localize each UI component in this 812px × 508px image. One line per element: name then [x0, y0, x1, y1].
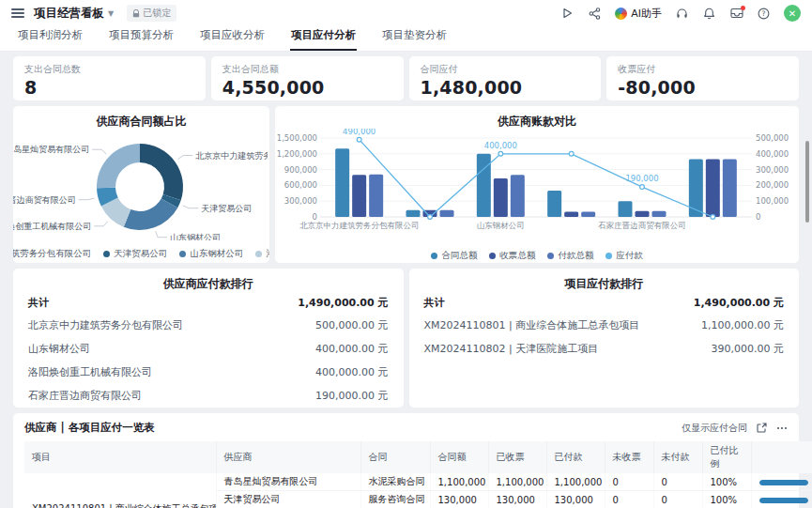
legend-dot — [547, 253, 554, 259]
total-label: 共计 — [424, 296, 445, 310]
ranking-row-label: 山东钢材公司 — [28, 342, 90, 356]
headset-icon[interactable] — [675, 7, 689, 21]
preview-play-button[interactable] — [560, 7, 575, 21]
menu-icon[interactable] — [11, 8, 24, 18]
bar-付款总额-3[interactable] — [581, 211, 595, 217]
cell-unpaid: 0 — [653, 473, 702, 491]
tab-4[interactable]: 项目垫资分析 — [381, 28, 448, 51]
donut-slice-5[interactable] — [97, 144, 140, 188]
column-header-2: 合同 — [360, 441, 430, 473]
ranking-row-3[interactable]: 石家庄晋边商贸有限公司190,000.00 元 — [13, 384, 404, 408]
tab-0[interactable]: 项目利润分析 — [17, 28, 84, 51]
column-header-5: 已付款 — [546, 441, 605, 473]
callout-line — [79, 198, 95, 200]
ai-assistant-button[interactable]: AI助手 — [615, 7, 662, 21]
bar-付款总额-2[interactable] — [511, 175, 525, 217]
legend-item-应付款[interactable]: 应付款 — [605, 250, 643, 262]
donut-callout-label: 山东钢材公司 — [170, 233, 221, 240]
bar-收票总额-4[interactable] — [636, 211, 650, 217]
svg-text:?: ? — [762, 9, 766, 18]
line-point-0[interactable] — [357, 137, 361, 142]
kpi-label: 合同应付 — [421, 63, 590, 76]
bar-合同总额-0[interactable] — [335, 148, 349, 217]
line-point-1[interactable] — [428, 215, 433, 220]
bar-收票总额-3[interactable] — [564, 211, 578, 217]
right-axis-tick: 100,000 — [756, 196, 789, 206]
inbox-icon[interactable] — [729, 7, 743, 21]
ranking-total-row: 共计 1,490,000.00 元 — [13, 291, 404, 314]
kpi-card-0: 支出合同总数8 — [13, 56, 206, 100]
donut-slice-2[interactable] — [124, 199, 178, 230]
line-point-2[interactable] — [498, 151, 503, 156]
bar-付款总额-1[interactable] — [440, 210, 454, 217]
bar-收票总额-0[interactable] — [352, 175, 366, 217]
project-ranking-title: 项目应付款排行 — [409, 269, 800, 291]
lock-icon — [132, 9, 140, 18]
project-group-cell: XM2024110801 | 商业综合体施工总承包项目 — [24, 473, 216, 508]
ranking-row-value: 1,100,000.00 元 — [701, 318, 784, 332]
legend-label: 收票总额 — [499, 250, 535, 262]
page-title[interactable]: 项目经营看板 — [34, 6, 104, 22]
bar-合同总额-4[interactable] — [619, 201, 633, 217]
callout-line — [183, 206, 198, 208]
ranking-row-label: XM2024110802 | 天津医院施工项目 — [424, 342, 599, 356]
project-ranking-list: XM2024110801 | 商业综合体施工总承包项目1,100,000.00 … — [409, 314, 800, 361]
line-point-3[interactable] — [569, 151, 574, 156]
left-axis-tick: 1,500,000 — [277, 133, 317, 143]
user-avatar[interactable]: ✕ — [784, 5, 801, 22]
legend-item-合同总额[interactable]: 合同总额 — [431, 250, 477, 262]
paid-ratio-bar — [759, 480, 808, 485]
table-tools: 仅显示应付合同 — [682, 422, 788, 435]
legend-item-0[interactable]: 北京京中力建筑劳务分包有限公司 — [13, 248, 91, 260]
bar-合同总额-3[interactable] — [547, 191, 561, 217]
line-point-5[interactable] — [711, 215, 715, 220]
bar-付款总额-0[interactable] — [369, 175, 383, 217]
line-point-4[interactable] — [640, 185, 645, 190]
expand-icon[interactable] — [757, 423, 767, 433]
supplier-contract-share-card: 供应商合同额占比 北京京中力建筑劳务分包有...天津贸易公司山东钢材公司洛阳焕创… — [13, 106, 269, 263]
column-header-1: 供应商 — [216, 441, 360, 473]
legend-item-3[interactable]: 洛阳焕 — [255, 248, 269, 260]
column-header-4: 已收票 — [488, 441, 546, 473]
ranking-row-value: 400,000.00 元 — [315, 365, 388, 379]
ranking-row-1[interactable]: XM2024110802 | 天津医院施工项目390,000.00 元 — [409, 337, 800, 361]
ranking-row-0[interactable]: 北京京中力建筑劳务分包有限公司500,000.00 元 — [13, 314, 404, 337]
share-icon[interactable] — [588, 7, 602, 21]
help-icon[interactable]: ? — [757, 7, 771, 21]
bar-收票总额-2[interactable] — [494, 178, 508, 217]
line-point-label: 400,000 — [484, 141, 517, 150]
tab-2[interactable]: 项目应收分析 — [199, 28, 266, 51]
legend-item-1[interactable]: 天津贸易公司 — [103, 248, 167, 260]
bar-合同总额-2[interactable] — [477, 154, 491, 217]
tab-1[interactable]: 项目预算分析 — [108, 28, 175, 51]
filter-payable-toggle[interactable]: 仅显示应付合同 — [682, 422, 747, 435]
left-axis-tick: 900,000 — [284, 165, 317, 175]
more-options-icon[interactable] — [776, 426, 788, 430]
ranking-row-2[interactable]: 洛阳焕创重工机械有限公司400,000.00 元 — [13, 361, 404, 384]
donut-legend: 北京京中力建筑劳务分包有限公司天津贸易公司山东钢材公司洛阳焕‹1/3› — [13, 244, 269, 263]
ranking-row-0[interactable]: XM2024110801 | 商业综合体施工总承包项目1,100,000.00 … — [409, 314, 800, 337]
tab-3[interactable]: 项目应付分析 — [290, 28, 357, 51]
paid-ratio-bar — [759, 498, 808, 503]
notification-bell-icon[interactable] — [702, 7, 716, 21]
legend-item-2[interactable]: 山东钢材公司 — [179, 248, 243, 260]
bar-付款总额-4[interactable] — [652, 211, 666, 217]
kpi-value: 1,480,000 — [421, 77, 590, 98]
ai-assistant-icon — [615, 8, 627, 20]
left-axis-tick: 600,000 — [284, 180, 317, 190]
kpi-row: 支出合同总数8支出合同总额4,550,000合同应付1,480,000收票应付-… — [13, 56, 799, 100]
vertical-scrollbar[interactable] — [805, 141, 809, 223]
bar-付款总额-5[interactable] — [723, 159, 737, 217]
supplier-payable-ranking-card: 供应商应付款排行 共计 1,490,000.00 元 北京京中力建筑劳务分包有限… — [13, 269, 404, 408]
legend-item-付款总额[interactable]: 付款总额 — [547, 250, 593, 262]
chevron-down-icon[interactable]: ▼ — [108, 9, 114, 18]
legend-label: 北京京中力建筑劳务分包有限公司 — [13, 248, 91, 260]
donut-slice-0[interactable] — [140, 144, 183, 200]
bar-合同总额-1[interactable] — [406, 210, 421, 217]
bar-收票总额-5[interactable] — [706, 159, 720, 217]
ranking-row-1[interactable]: 山东钢材公司400,000.00 元 — [13, 337, 404, 361]
payable-overview-card: 供应商 | 各项目应付一览表 仅显示应付合同 项目供应商合同合同额已收票已付款未… — [13, 413, 799, 508]
legend-item-收票总额[interactable]: 收票总额 — [489, 250, 535, 262]
donut-callout-label: 石家庄晋边商贸有限公司 — [13, 195, 76, 205]
table-row-0[interactable]: XM2024110801 | 商业综合体施工总承包项目青岛星灿贸易有限公司水泥采… — [24, 473, 812, 491]
